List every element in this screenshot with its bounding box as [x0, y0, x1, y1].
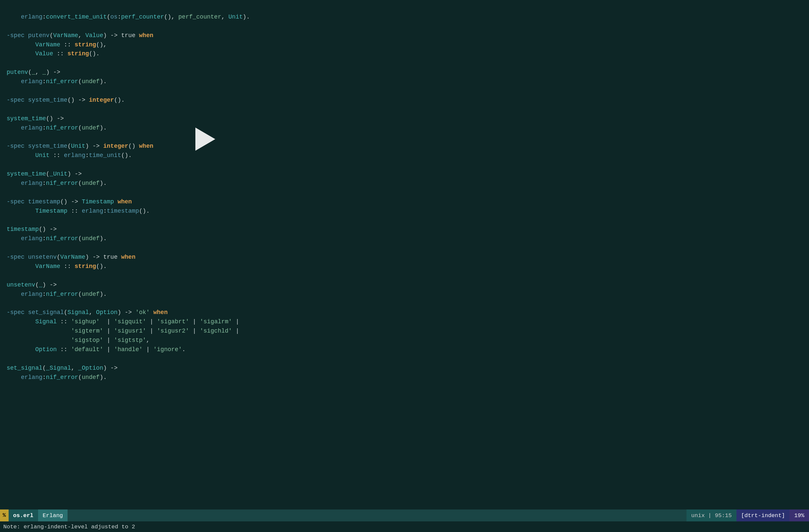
status-scroll-percent: 19%: [790, 510, 809, 521]
line-12: system_time() -> erlang:nif_error(undef)…: [6, 115, 107, 131]
code-editor: erlang:convert_time_unit(os:perf_counter…: [0, 0, 809, 512]
percent-symbol: %: [3, 513, 6, 518]
line-1: erlang:convert_time_unit(os:perf_counter…: [6, 14, 250, 20]
line-21: -spec timestamp() -> Timestamp when Time…: [6, 199, 150, 214]
play-button[interactable]: [192, 126, 219, 152]
status-filename: os.erl: [8, 510, 38, 521]
play-icon: [195, 127, 215, 151]
line-33: -spec set_signal(Signal, Option) -> 'ok'…: [6, 309, 239, 353]
line-15: -spec system_time(Unit) -> integer() whe…: [6, 143, 153, 159]
line-7: putenv(_, _) -> erlang:nif_error(undef).: [6, 69, 107, 85]
line-3: -spec putenv(VarName, Value) -> true whe…: [6, 32, 153, 57]
line-18: system_time(_Unit) -> erlang:nif_error(u…: [6, 171, 107, 187]
line-30: unsetenv(_) -> erlang:nif_error(undef).: [6, 281, 107, 297]
note-text: Note: erlang-indent-level adjusted to 2: [3, 524, 135, 530]
line-39: set_signal(_Signal, _Option) -> erlang:n…: [6, 365, 118, 381]
status-bar: % os.erl Erlang unix | 95:15 [dtrt-inden…: [0, 510, 809, 521]
line-24: timestamp() -> erlang:nif_error(undef).: [6, 226, 107, 242]
note-bar: Note: erlang-indent-level adjusted to 2: [0, 521, 809, 532]
status-position: unix | 95:15: [687, 510, 736, 521]
status-indent-mode: [dtrt-indent]: [737, 510, 790, 521]
status-spacer: [68, 510, 687, 521]
line-10: -spec system_time() -> integer().: [6, 97, 125, 103]
status-percent-indicator: %: [0, 510, 8, 521]
status-language: Erlang: [38, 510, 68, 521]
line-27: -spec unsetenv(VarName) -> true when Var…: [6, 254, 135, 270]
